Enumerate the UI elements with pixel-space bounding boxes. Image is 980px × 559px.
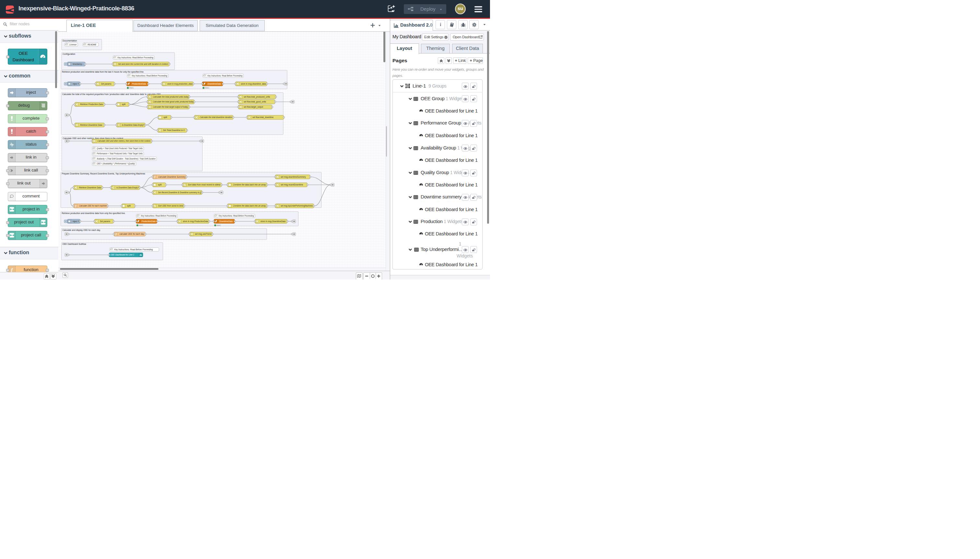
svg-text:Key Instructions: Read Before: Key Instructions: Read Before Proceeding xyxy=(114,248,153,251)
svg-text:set msg.recentDowntime: set msg.recentDowntime xyxy=(280,184,304,186)
svg-text:Set Recent Downtime & Downtime: Set Recent Downtime & Downtime summery t… xyxy=(158,191,201,194)
svg-text:calculate OEE for each day: calculate OEE for each day xyxy=(119,233,144,235)
svg-text:store in msg.DowntimeData: store in msg.DowntimeData xyxy=(261,220,286,223)
svg-text:Retrieve Downtime Data: Retrieve Downtime Data xyxy=(79,187,101,189)
svg-text:Configuration: Configuration xyxy=(63,53,76,55)
svg-text:RWC: RWC xyxy=(139,224,144,226)
svg-text:set flow.target_output: set flow.target_output xyxy=(244,106,263,108)
svg-text:Key Instructions: Read Before: Key Instructions: Read Before Proceeding xyxy=(118,56,153,59)
svg-text:split: split xyxy=(164,116,167,119)
svg-text:Prepare Downtime Summary, Rece: Prepare Downtime Summary, Recent Downtim… xyxy=(62,172,145,175)
svg-text:set msg.oeeTrend: set msg.oeeTrend xyxy=(195,233,212,235)
svg-text:Combine the data back into an: Combine the data back into an array. xyxy=(233,184,266,186)
svg-text:DowntimeData: DowntimeData xyxy=(208,83,221,85)
svg-text:store in msg.ProductionData: store in msg.ProductionData xyxy=(183,220,208,223)
svg-text:Key Instructions: Read Before: Key Instructions: Read Before Proceeding xyxy=(132,74,168,77)
svg-text:Retrieve Production Data: Retrieve Production Data xyxy=(80,103,103,105)
svg-text:OEE Dashboard for Line 1: OEE Dashboard for Line 1 xyxy=(111,253,134,256)
svg-text:Documentation: Documentation xyxy=(63,40,77,42)
svg-text:split: split xyxy=(122,103,125,106)
svg-text:ProductionData: ProductionData xyxy=(132,83,146,85)
svg-text:RWC: RWC xyxy=(129,87,134,89)
svg-text:Quality = Total Good Units Pro: Quality = Total Good Units Produced / To… xyxy=(97,147,143,150)
svg-text:DowntimeData: DowntimeData xyxy=(219,220,233,222)
svg-text:store in msg.production_data: store in msg.production_data xyxy=(167,83,193,85)
svg-text:Calculate and display OEE for: Calculate and display OEE for each day. xyxy=(63,229,101,232)
svg-text:Calculate the total target out: Calculate the total target output of tod… xyxy=(153,106,189,108)
svg-text:Calculate OEE and other metric: Calculate OEE and other metrics, then st… xyxy=(97,140,151,142)
svg-text:Calculate the total downtime d: Calculate the total downtime duration xyxy=(200,116,233,118)
svg-text:set flow.total_produced_units: set flow.total_produced_units xyxy=(244,96,270,98)
svg-text:Availavity = (Total Shift Dura: Availavity = (Total Shift Duration - Tot… xyxy=(97,157,156,160)
svg-text:inject ↻: inject ↻ xyxy=(73,83,80,85)
svg-text:OEE Dashboard Subflow: OEE Dashboard Subflow xyxy=(63,243,87,245)
svg-text:Performance = Total Produced U: Performance = Total Produced Units / Tot… xyxy=(97,152,143,155)
svg-text:Set and store the current line: Set and store the current line and shift… xyxy=(118,63,168,65)
svg-text:RWC: RWC xyxy=(217,224,221,226)
svg-text:License: License xyxy=(69,43,76,46)
svg-text:Combine the data back into an: Combine the data back into an array. xyxy=(233,205,266,207)
svg-text:Retrieve production and downti: Retrieve production and downtime data fr… xyxy=(62,212,126,215)
svg-text:Set params: Set params xyxy=(100,220,111,223)
svg-text:Is Downtime Data Empty?: Is Downtime Data Empty? xyxy=(116,187,139,189)
svg-text:timestamp ¹: timestamp ¹ xyxy=(73,63,83,66)
svg-text:ProductionData: ProductionData xyxy=(142,220,156,222)
svg-text:Calculate OEE for each machine: Calculate OEE for each machine xyxy=(79,205,107,207)
svg-text:Calculate the total good units: Calculate the total good units produced … xyxy=(153,101,195,103)
svg-text:Retrieve Downtime Data: Retrieve Downtime Data xyxy=(80,124,102,126)
svg-text:set msg.downtimeSummery: set msg.downtimeSummery xyxy=(280,176,306,179)
svg-text:split: split xyxy=(158,184,162,186)
svg-text:split: split xyxy=(127,205,130,207)
svg-text:Retrieve production and downti: Retrieve production and downtime data fr… xyxy=(62,71,144,73)
svg-text:Key Instructions: Read Before: Key Instructions: Read Before Proceeding xyxy=(208,74,243,77)
svg-text:Key Instructions: Read Before: Key Instructions: Read Before Proceeding xyxy=(219,215,254,217)
svg-text:Calculate Downtime Summery: Calculate Downtime Summery xyxy=(158,176,186,179)
svg-text:set flow.total_downtime: set flow.total_downtime xyxy=(252,116,274,119)
svg-text:store in msg.downtime_data: store in msg.downtime_data xyxy=(241,83,266,85)
svg-text:inject ↻: inject ↻ xyxy=(73,220,80,223)
svg-text:Calculate the total produced u: Calculate the total produced units today xyxy=(153,96,189,98)
svg-text:Sort OEE from worst to best: Sort OEE from worst to best xyxy=(158,205,183,207)
svg-text:OEE = (Availability) * (Perfor: OEE = (Availability) * (Performance) * (… xyxy=(97,162,135,165)
svg-text:Set params: Set params xyxy=(101,83,112,85)
svg-text:set flow.total_good_units: set flow.total_good_units xyxy=(244,101,266,103)
svg-text:set msg.topUnderPerformingMach: set msg.topUnderPerformingMachines xyxy=(280,205,313,207)
svg-text:RWC: RWC xyxy=(205,87,210,89)
svg-text:Calculate the total of the req: Calculate the total of the required prop… xyxy=(62,93,161,96)
svg-text:Key Instructions: Read Before: Key Instructions: Read Before Proceeding xyxy=(141,215,177,217)
svg-text:f: f xyxy=(11,267,13,272)
svg-text:Sort data from most recent to: Sort data from most recent to oldest xyxy=(188,184,220,186)
svg-text:Is Downtime Data Empty?: Is Downtime Data Empty? xyxy=(122,124,144,126)
svg-text:Set Total Downtime to 0: Set Total Downtime to 0 xyxy=(163,129,185,131)
svg-text:README: README xyxy=(87,43,97,46)
